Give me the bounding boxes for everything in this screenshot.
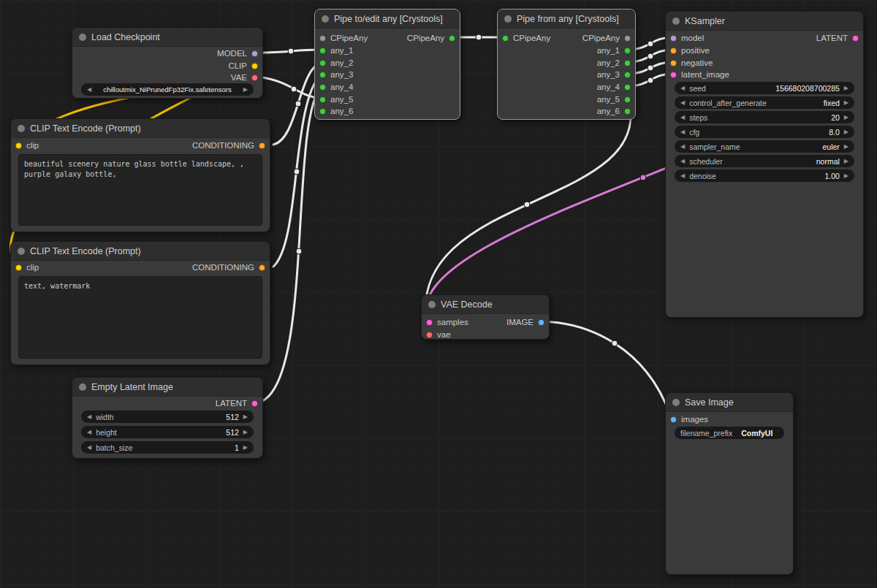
widget-denoise[interactable]: ◀ denoise 1.00 ▶ xyxy=(675,169,854,182)
decrement-arrow-icon[interactable]: ◀ xyxy=(680,144,685,150)
collapse-dot-icon[interactable] xyxy=(18,248,25,255)
collapse-dot-icon[interactable] xyxy=(428,301,436,308)
input-slot-any6[interactable]: any_6 xyxy=(319,105,353,117)
node-save-image[interactable]: Save Image images filename_prefix ComfyU… xyxy=(665,392,794,575)
widget-filename-prefix[interactable]: filename_prefix ComfyUI xyxy=(675,427,784,439)
decrement-arrow-icon[interactable]: ◀ xyxy=(87,414,91,420)
output-slot-any1[interactable]: any_1 xyxy=(597,45,631,56)
node-clip-text-encode-negative[interactable]: CLIP Text Encode (Prompt) clip CONDITION… xyxy=(10,241,270,365)
combo-left-arrow-icon[interactable]: ◀ xyxy=(87,87,91,93)
widget-seed[interactable]: ◀ seed 156680208700285 ▶ xyxy=(675,82,854,94)
collapse-dot-icon[interactable] xyxy=(672,399,680,406)
output-slot-any6[interactable]: any_6 xyxy=(597,105,631,117)
input-slot-images[interactable]: images xyxy=(670,413,708,425)
node-pipe-to-edit-any[interactable]: Pipe to/edit any [Crystools] CPipeAny CP… xyxy=(314,9,460,120)
output-slot-latent[interactable]: LATENT xyxy=(816,32,859,44)
output-slot-conditioning[interactable]: CONDITIONING xyxy=(192,261,265,273)
positive-prompt-textarea[interactable]: beautiful scenery nature glass bottle la… xyxy=(18,154,262,226)
latent-port-icon[interactable] xyxy=(852,35,859,42)
node-header[interactable]: Empty Latent Image xyxy=(72,378,262,397)
clip-port-icon[interactable] xyxy=(15,142,22,149)
input-slot-vae[interactable]: vae xyxy=(426,329,451,340)
any-port-icon[interactable] xyxy=(319,84,326,91)
output-slot-model[interactable]: MODEL xyxy=(217,47,258,59)
any-port-icon[interactable] xyxy=(624,84,631,91)
input-slot-latent-image[interactable]: latent_image xyxy=(670,69,729,80)
widget-scheduler[interactable]: ◀ scheduler normal ▶ xyxy=(675,155,854,167)
collapse-dot-icon[interactable] xyxy=(79,34,86,41)
node-header[interactable]: CLIP Text Encode (Prompt) xyxy=(11,119,270,138)
node-vae-decode[interactable]: VAE Decode samples IMAGE vae xyxy=(421,294,550,340)
latent-port-icon[interactable] xyxy=(251,400,258,407)
input-slot-negative[interactable]: negative xyxy=(670,57,713,69)
input-slot-clip[interactable]: clip xyxy=(15,140,39,151)
input-slot-any3[interactable]: any_3 xyxy=(319,69,353,80)
input-slot-samples[interactable]: samples xyxy=(426,316,468,328)
increment-arrow-icon[interactable]: ▶ xyxy=(844,115,848,121)
input-slot-clip[interactable]: clip xyxy=(15,261,39,273)
widget-ckpt-name[interactable]: ◀ chilloutmix_NiPrunedFp32Fix.safetensor… xyxy=(81,83,254,96)
collapse-dot-icon[interactable] xyxy=(504,15,512,23)
any-port-icon[interactable] xyxy=(319,108,326,115)
any-port-icon[interactable] xyxy=(319,47,326,54)
any-port-icon[interactable] xyxy=(624,60,631,66)
latent-port-icon[interactable] xyxy=(670,72,677,78)
any-port-icon[interactable] xyxy=(624,96,631,103)
input-slot-model[interactable]: model xyxy=(670,32,704,44)
conditioning-port-icon[interactable] xyxy=(670,47,677,54)
output-slot-cpipeany[interactable]: CPipeAny xyxy=(582,32,631,44)
model-port-icon[interactable] xyxy=(251,50,258,57)
any-port-icon[interactable] xyxy=(624,108,631,115)
cpipeany-port-icon[interactable] xyxy=(624,35,631,42)
input-slot-positive[interactable]: positive xyxy=(670,45,710,56)
increment-arrow-icon[interactable]: ▶ xyxy=(844,159,848,164)
any-port-icon[interactable] xyxy=(319,72,326,78)
output-slot-cpipeany[interactable]: CPipeAny xyxy=(407,32,455,44)
node-load-checkpoint[interactable]: Load Checkpoint MODEL CLIP VAE ◀ chillou… xyxy=(72,27,263,99)
input-slot-any4[interactable]: any_4 xyxy=(319,81,353,93)
negative-prompt-textarea[interactable]: text, watermark xyxy=(18,276,262,359)
increment-arrow-icon[interactable]: ▶ xyxy=(844,173,848,179)
node-header[interactable]: CLIP Text Encode (Prompt) xyxy=(11,242,270,261)
node-header[interactable]: VAE Decode xyxy=(422,295,549,314)
node-empty-latent-image[interactable]: Empty Latent Image LATENT ◀ width 512 ▶ … xyxy=(72,377,263,459)
clip-port-icon[interactable] xyxy=(251,63,258,69)
output-slot-clip[interactable]: CLIP xyxy=(228,60,258,72)
decrement-arrow-icon[interactable]: ◀ xyxy=(87,429,91,435)
widget-control-after-generate[interactable]: ◀ control_after_generate fixed ▶ xyxy=(675,96,854,109)
cpipeany-port-icon[interactable] xyxy=(449,35,455,42)
output-slot-vae[interactable]: VAE xyxy=(231,72,258,83)
input-slot-any1[interactable]: any_1 xyxy=(319,45,353,56)
output-slot-any4[interactable]: any_4 xyxy=(597,81,631,93)
widget-height[interactable]: ◀ height 512 ▶ xyxy=(81,426,254,438)
vae-port-icon[interactable] xyxy=(426,332,433,338)
widget-width[interactable]: ◀ width 512 ▶ xyxy=(81,411,254,423)
any-port-icon[interactable] xyxy=(319,96,326,103)
cpipeany-port-icon[interactable] xyxy=(319,35,326,42)
decrement-arrow-icon[interactable]: ◀ xyxy=(680,115,685,121)
input-slot-any2[interactable]: any_2 xyxy=(319,57,353,69)
collapse-dot-icon[interactable] xyxy=(322,15,329,23)
any-port-icon[interactable] xyxy=(624,47,631,54)
node-clip-text-encode-positive[interactable]: CLIP Text Encode (Prompt) clip CONDITION… xyxy=(10,118,270,232)
decrement-arrow-icon[interactable]: ◀ xyxy=(680,100,685,106)
widget-steps[interactable]: ◀ steps 20 ▶ xyxy=(675,111,854,123)
output-slot-any5[interactable]: any_5 xyxy=(597,93,631,105)
image-port-icon[interactable] xyxy=(538,319,544,326)
any-port-icon[interactable] xyxy=(624,72,631,78)
node-header[interactable]: KSampler xyxy=(666,12,863,31)
combo-right-arrow-icon[interactable]: ▶ xyxy=(243,87,248,93)
image-port-icon[interactable] xyxy=(670,416,677,423)
decrement-arrow-icon[interactable]: ◀ xyxy=(87,445,91,451)
widget-sampler-name[interactable]: ◀ sampler_name euler ▶ xyxy=(675,140,854,153)
output-slot-any3[interactable]: any_3 xyxy=(597,69,631,80)
increment-arrow-icon[interactable]: ▶ xyxy=(844,129,848,135)
output-slot-image[interactable]: IMAGE xyxy=(506,316,544,328)
node-header[interactable]: Pipe to/edit any [Crystools] xyxy=(315,9,460,28)
widget-batch-size[interactable]: ◀ batch_size 1 ▶ xyxy=(81,441,254,454)
node-header[interactable]: Save Image xyxy=(666,393,793,412)
any-port-icon[interactable] xyxy=(319,60,326,66)
increment-arrow-icon[interactable]: ▶ xyxy=(243,414,248,420)
widget-cfg[interactable]: ◀ cfg 8.0 ▶ xyxy=(675,126,854,138)
decrement-arrow-icon[interactable]: ◀ xyxy=(680,129,685,135)
